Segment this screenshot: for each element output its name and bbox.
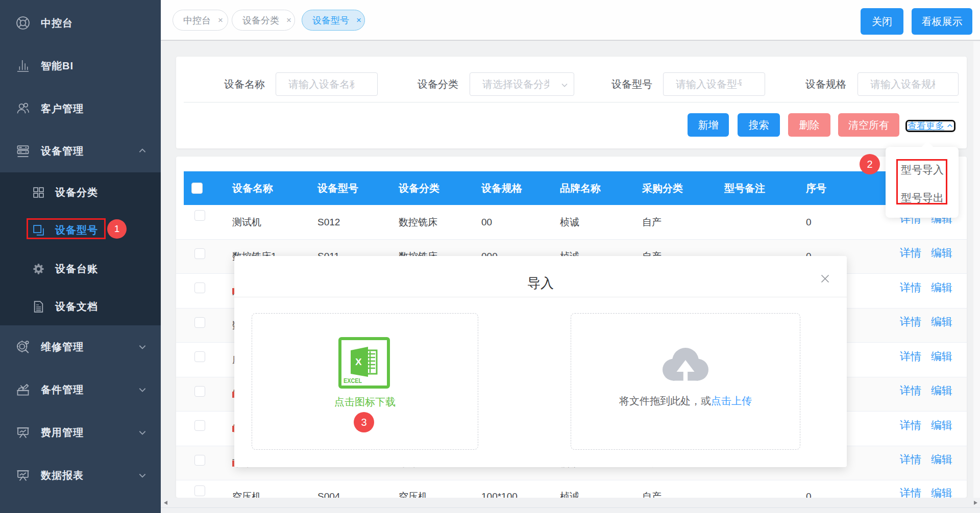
svg-text:X: X [355, 356, 362, 367]
svg-text:EXCEL: EXCEL [344, 377, 362, 384]
